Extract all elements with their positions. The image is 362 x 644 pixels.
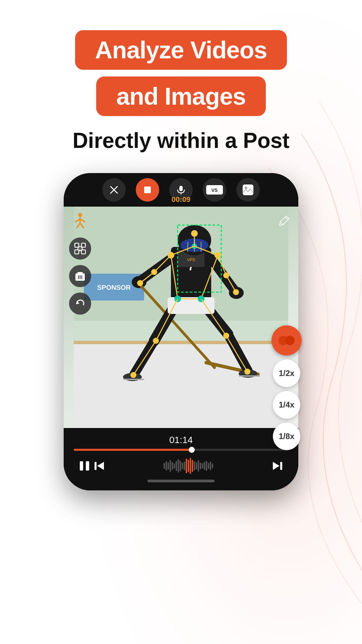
svg-marker-94 xyxy=(273,462,280,470)
phone-mockup: VS 00:09 xyxy=(64,173,298,490)
half-speed-button[interactable]: 1/2x xyxy=(273,360,300,387)
svg-text:VS: VS xyxy=(212,187,218,193)
pose-detection-button[interactable] xyxy=(69,210,91,232)
delete-button[interactable] xyxy=(69,265,91,287)
svg-rect-75 xyxy=(75,243,79,247)
phone-frame: VS 00:09 xyxy=(64,173,298,490)
quarter-speed-button[interactable]: 1/4x xyxy=(273,391,300,419)
home-indicator xyxy=(147,480,215,482)
speed-toggle-button[interactable] xyxy=(272,325,302,356)
svg-marker-92 xyxy=(97,462,104,470)
vs-button[interactable]: VS xyxy=(203,178,226,202)
badge-text-1: Analyze Videos xyxy=(95,37,267,63)
svg-line-72 xyxy=(80,219,85,222)
svg-rect-90 xyxy=(80,461,83,471)
svg-rect-76 xyxy=(81,243,85,247)
svg-point-81 xyxy=(81,248,82,249)
gallery-button[interactable] xyxy=(236,178,260,202)
svg-rect-78 xyxy=(81,250,85,254)
phone-topbar: VS 00:09 xyxy=(64,173,298,207)
phone-bottom-controls: 01:14 xyxy=(64,428,298,490)
close-button[interactable] xyxy=(102,178,126,202)
svg-point-9 xyxy=(245,186,247,189)
svg-rect-93 xyxy=(95,462,97,470)
svg-line-71 xyxy=(75,219,80,222)
svg-rect-4 xyxy=(179,186,183,191)
svg-point-50 xyxy=(137,280,143,286)
record-button[interactable] xyxy=(136,178,159,202)
svg-rect-95 xyxy=(280,462,282,470)
previous-frame-button[interactable] xyxy=(92,459,107,473)
svg-point-69 xyxy=(78,213,82,217)
svg-text:VPS: VPS xyxy=(187,258,195,262)
svg-rect-3 xyxy=(144,186,151,193)
svg-point-51 xyxy=(233,289,239,295)
svg-point-63 xyxy=(130,372,136,378)
playback-time: 01:14 xyxy=(74,435,288,445)
edit-button[interactable] xyxy=(277,213,292,229)
progress-bar[interactable] xyxy=(74,449,288,451)
svg-rect-91 xyxy=(86,461,89,471)
face-detect-button[interactable] xyxy=(69,237,91,260)
svg-point-97 xyxy=(285,336,295,345)
svg-point-64 xyxy=(244,369,250,375)
svg-point-80 xyxy=(79,248,80,249)
svg-rect-10 xyxy=(74,341,288,428)
pause-button[interactable] xyxy=(77,459,92,473)
badge-text-2: and Images xyxy=(116,83,246,110)
audio-waveform xyxy=(113,458,263,474)
progress-fill xyxy=(74,449,192,451)
hockey-image: SPONSOR 7 VPS xyxy=(64,207,298,428)
timer-display: 00:09 xyxy=(172,195,190,204)
svg-rect-8 xyxy=(243,184,253,195)
svg-rect-83 xyxy=(77,272,83,274)
side-icons-panel xyxy=(69,210,91,315)
svg-line-89 xyxy=(280,222,283,225)
header-badge-line1: Analyze Videos xyxy=(75,30,287,70)
video-area: SPONSOR 7 VPS xyxy=(64,207,298,490)
progress-thumb[interactable] xyxy=(189,447,195,453)
svg-rect-77 xyxy=(75,250,79,254)
eighth-speed-button[interactable]: 1/8x xyxy=(273,423,300,450)
header-badge-line2: and Images xyxy=(96,76,266,116)
undo-button[interactable] xyxy=(69,292,91,315)
svg-text:SPONSOR: SPONSOR xyxy=(97,284,131,291)
svg-line-74 xyxy=(80,223,83,228)
svg-line-73 xyxy=(77,223,80,228)
next-frame-button[interactable] xyxy=(270,459,285,473)
page-subtitle: Directly within a Post xyxy=(72,128,289,153)
playback-controls xyxy=(74,458,288,474)
speed-controls-panel: 1/2x 1/4x 1/8x xyxy=(272,325,302,450)
